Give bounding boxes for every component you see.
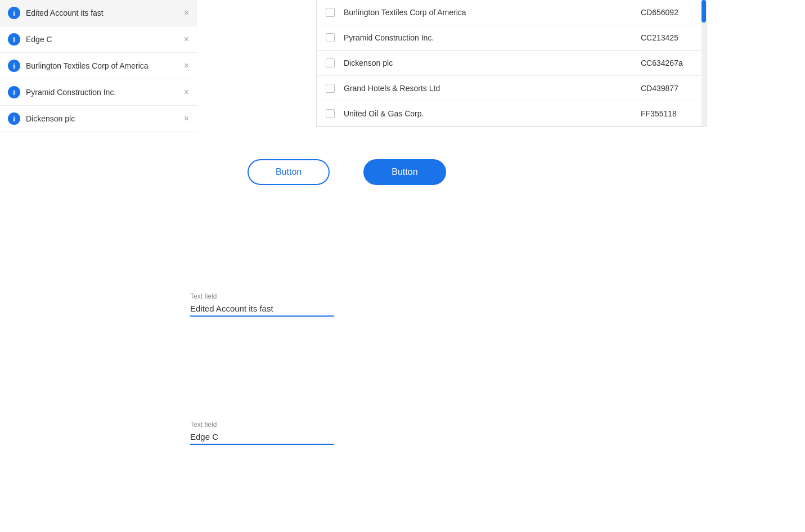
row-name-2: Pyramid Construction Inc. <box>344 33 632 42</box>
row-code-5: FF355118 <box>641 109 697 118</box>
info-icon-5: i <box>8 112 20 125</box>
close-icon-1[interactable]: × <box>184 8 189 18</box>
text-field-group-1: Text field <box>190 292 334 317</box>
row-code-4: CD439877 <box>641 84 697 93</box>
text-field-label-2: Text field <box>190 421 334 429</box>
close-icon-4[interactable]: × <box>184 87 189 97</box>
row-code-3: CC634267a <box>641 58 697 67</box>
row-code-1: CD656092 <box>641 8 697 17</box>
text-field-input-1[interactable] <box>190 304 334 317</box>
info-icon-3: i <box>8 60 20 72</box>
right-table-panel: Burlington Textiles Corp of AmericaCD656… <box>316 0 707 127</box>
list-item-text-4: Pyramid Construction Inc. <box>26 88 178 97</box>
table-row-4[interactable]: Grand Hotels & Resorts LtdCD439877 <box>317 76 706 101</box>
list-item-4[interactable]: iPyramid Construction Inc.× <box>0 79 197 106</box>
close-icon-2[interactable]: × <box>184 34 189 44</box>
row-checkbox-3[interactable] <box>326 58 335 67</box>
table-row-2[interactable]: Pyramid Construction Inc.CC213425 <box>317 25 706 51</box>
info-icon-2: i <box>8 33 20 46</box>
list-item-3[interactable]: iBurlington Textiles Corp of America× <box>0 53 197 79</box>
row-checkbox-5[interactable] <box>326 109 335 118</box>
buttons-area: Button Button <box>248 159 446 185</box>
row-checkbox-2[interactable] <box>326 33 335 42</box>
account-table: Burlington Textiles Corp of AmericaCD656… <box>317 0 706 127</box>
row-name-3: Dickenson plc <box>344 58 632 67</box>
list-item-2[interactable]: iEdge C× <box>0 26 197 53</box>
list-item-text-2: Edge C <box>26 35 178 44</box>
table-row-1[interactable]: Burlington Textiles Corp of AmericaCD656… <box>317 0 706 25</box>
scrollbar-thumb[interactable] <box>701 0 706 22</box>
close-icon-5[interactable]: × <box>184 114 189 124</box>
row-name-4: Grand Hotels & Resorts Ltd <box>344 84 632 93</box>
row-name-1: Burlington Textiles Corp of America <box>344 8 632 17</box>
list-item-text-3: Burlington Textiles Corp of America <box>26 61 178 70</box>
list-item-5[interactable]: iDickenson plc× <box>0 106 197 132</box>
list-item-1[interactable]: iEdited Account its fast× <box>0 0 197 26</box>
text-field-input-2[interactable] <box>190 432 334 445</box>
info-icon-4: i <box>8 86 20 98</box>
text-field-group-2: Text field <box>190 421 334 445</box>
row-checkbox-4[interactable] <box>326 84 335 93</box>
outline-button[interactable]: Button <box>248 159 330 185</box>
text-field-label-1: Text field <box>190 292 334 300</box>
info-icon-1: i <box>8 7 20 19</box>
filled-button[interactable]: Button <box>363 159 446 185</box>
list-item-text-1: Edited Account its fast <box>26 8 178 17</box>
row-checkbox-1[interactable] <box>326 8 335 17</box>
table-row-3[interactable]: Dickenson plcCC634267a <box>317 51 706 76</box>
left-panel: iEdited Account its fast×iEdge C×iBurlin… <box>0 0 197 132</box>
table-row-5[interactable]: United Oil & Gas Corp.FF355118 <box>317 101 706 127</box>
close-icon-3[interactable]: × <box>184 61 189 71</box>
list-item-text-5: Dickenson plc <box>26 114 178 123</box>
row-code-2: CC213425 <box>641 33 697 42</box>
scrollbar-track <box>701 0 706 127</box>
row-name-5: United Oil & Gas Corp. <box>344 109 632 118</box>
